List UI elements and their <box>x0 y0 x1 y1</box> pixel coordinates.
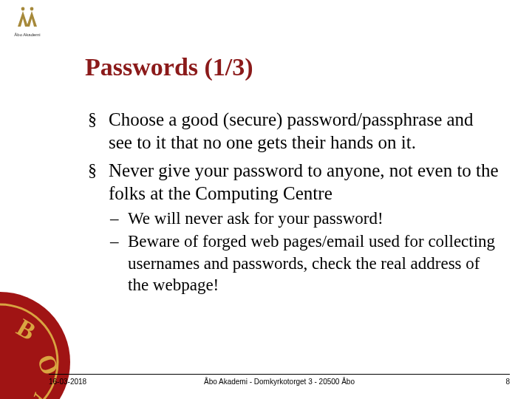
bullet-text: Choose a good (secure) password/passphra… <box>109 109 474 152</box>
svg-point-1 <box>30 7 34 11</box>
footer-page-number: 8 <box>505 378 510 386</box>
slide-footer: 16-03-2018 Åbo Akademi - Domkyrkotorget … <box>49 374 510 386</box>
bullet-text: Never give your password to anyone, not … <box>109 160 499 203</box>
sub-bullet-text: We will never ask for your password! <box>128 209 383 228</box>
sub-bullet-list: We will never ask for your password! Bew… <box>109 208 499 296</box>
sub-bullet-item: Beware of forged web pages/email used fo… <box>109 231 499 296</box>
slide-content: Passwords (1/3) Choose a good (secure) p… <box>85 53 499 301</box>
sub-bullet-item: We will never ask for your password! <box>109 208 499 229</box>
footer-address: Åbo Akademi - Domkyrkotorget 3 - 20500 Å… <box>204 378 355 386</box>
svg-point-0 <box>21 7 25 11</box>
footer-date: 16-03-2018 <box>49 378 86 386</box>
institution-logo: Åbo Akademi <box>9 6 46 37</box>
sub-bullet-text: Beware of forged web pages/email used fo… <box>128 232 495 294</box>
logo-mark-icon <box>15 6 40 31</box>
slide-title: Passwords (1/3) <box>85 53 499 81</box>
bullet-list: Choose a good (secure) password/passphra… <box>85 108 499 296</box>
bullet-item: Choose a good (secure) password/passphra… <box>85 108 499 154</box>
bullet-item: Never give your password to anyone, not … <box>85 159 499 296</box>
logo-caption: Åbo Akademi <box>9 33 46 37</box>
